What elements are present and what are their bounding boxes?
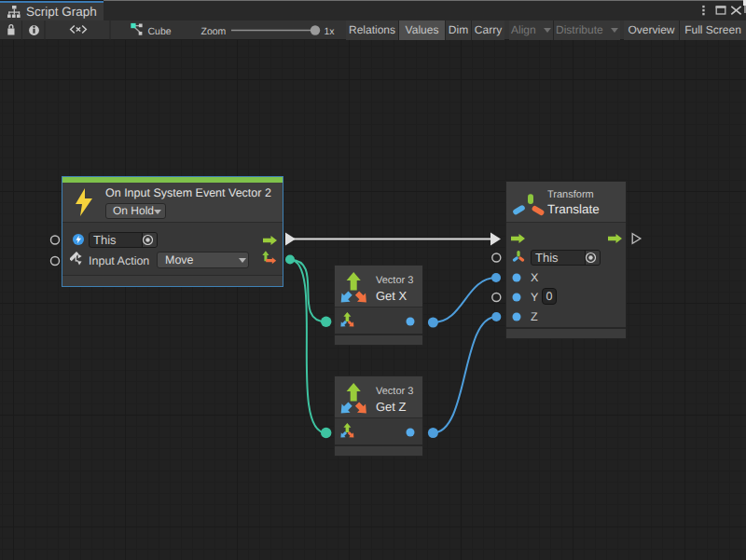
svg-text:1x: 1x xyxy=(325,26,336,37)
svg-text:Cube: Cube xyxy=(148,26,172,37)
svg-text:Zoom: Zoom xyxy=(201,26,227,37)
